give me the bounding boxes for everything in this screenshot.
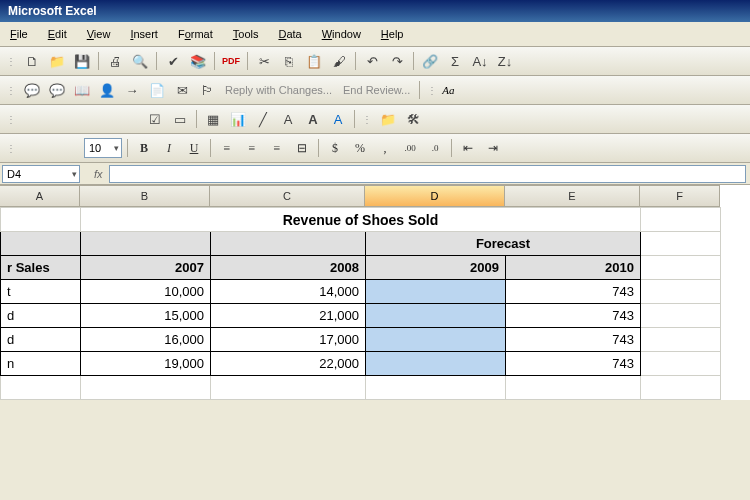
open-button[interactable]: 📁 [46, 50, 68, 72]
cell-value[interactable]: 743 [506, 304, 641, 328]
review-btn-3[interactable]: 📖 [71, 79, 93, 101]
underline-button[interactable]: U [183, 137, 205, 159]
decrease-indent-button[interactable]: ⇤ [457, 137, 479, 159]
draw-btn-4[interactable]: 📊 [227, 108, 249, 130]
cell[interactable] [1, 376, 81, 400]
row-label[interactable]: n [1, 352, 81, 376]
menu-tools[interactable]: Tools [223, 24, 269, 44]
row-label[interactable]: d [1, 328, 81, 352]
col-header-f[interactable]: F [640, 185, 720, 207]
menu-data[interactable]: Data [268, 24, 311, 44]
copy-button[interactable]: ⎘ [278, 50, 300, 72]
draw-btn-1[interactable]: ☑ [144, 108, 166, 130]
row-label[interactable]: d [1, 304, 81, 328]
increase-indent-button[interactable]: ⇥ [482, 137, 504, 159]
review-btn-2[interactable]: 💬 [46, 79, 68, 101]
draw-btn-10[interactable]: 🛠 [402, 108, 424, 130]
decrease-decimal-button[interactable]: .0 [424, 137, 446, 159]
cell-value[interactable]: 19,000 [81, 352, 211, 376]
cell[interactable] [641, 208, 721, 232]
sort-desc-button[interactable]: Z↓ [494, 50, 516, 72]
cut-button[interactable]: ✂ [253, 50, 275, 72]
cell-selected[interactable] [366, 352, 506, 376]
format-painter-button[interactable]: 🖌 [328, 50, 350, 72]
percent-button[interactable]: % [349, 137, 371, 159]
menu-help[interactable]: Help [371, 24, 414, 44]
cell[interactable] [641, 304, 721, 328]
cell-selected[interactable] [366, 328, 506, 352]
cell-selected[interactable] [366, 280, 506, 304]
font-size-select[interactable]: 10 [84, 138, 122, 158]
row-label[interactable]: r Sales [1, 256, 81, 280]
fx-icon[interactable]: fx [82, 168, 109, 180]
cell-value[interactable]: 743 [506, 280, 641, 304]
cell[interactable] [506, 376, 641, 400]
italic-button[interactable]: I [158, 137, 180, 159]
menu-file[interactable]: File [0, 24, 38, 44]
name-box[interactable]: D4 [2, 165, 80, 183]
year-header[interactable]: 2009 [366, 256, 506, 280]
table-title[interactable]: Revenue of Shoes Sold [81, 208, 641, 232]
bold-button[interactable]: B [133, 137, 155, 159]
hyperlink-button[interactable]: 🔗 [419, 50, 441, 72]
align-right-button[interactable]: ≡ [266, 137, 288, 159]
row-label[interactable]: t [1, 280, 81, 304]
cell[interactable] [211, 376, 366, 400]
cell-value[interactable]: 21,000 [211, 304, 366, 328]
menu-view[interactable]: View [77, 24, 121, 44]
cell[interactable] [641, 352, 721, 376]
merge-button[interactable]: ⊟ [291, 137, 313, 159]
review-btn-7[interactable]: ✉ [171, 79, 193, 101]
research-button[interactable]: 📚 [187, 50, 209, 72]
draw-btn-3[interactable]: ▦ [202, 108, 224, 130]
sort-asc-button[interactable]: A↓ [469, 50, 491, 72]
save-button[interactable]: 💾 [71, 50, 93, 72]
increase-decimal-button[interactable]: .00 [399, 137, 421, 159]
year-header[interactable]: 2010 [506, 256, 641, 280]
col-header-b[interactable]: B [80, 185, 210, 207]
autosum-button[interactable]: Σ [444, 50, 466, 72]
cell[interactable] [366, 376, 506, 400]
col-header-a[interactable]: A [0, 185, 80, 207]
paste-button[interactable]: 📋 [303, 50, 325, 72]
col-header-c[interactable]: C [210, 185, 365, 207]
menu-edit[interactable]: Edit [38, 24, 77, 44]
cell[interactable] [641, 256, 721, 280]
cell[interactable] [641, 328, 721, 352]
redo-button[interactable]: ↷ [386, 50, 408, 72]
undo-button[interactable]: ↶ [361, 50, 383, 72]
cell[interactable] [641, 232, 721, 256]
review-btn-5[interactable]: → [121, 79, 143, 101]
review-btn-6[interactable]: 📄 [146, 79, 168, 101]
draw-btn-2[interactable]: ▭ [169, 108, 191, 130]
currency-button[interactable]: $ [324, 137, 346, 159]
cell-value[interactable]: 10,000 [81, 280, 211, 304]
cell[interactable] [641, 280, 721, 304]
menu-format[interactable]: Format [168, 24, 223, 44]
comma-button[interactable]: , [374, 137, 396, 159]
cell-value[interactable]: 17,000 [211, 328, 366, 352]
print-button[interactable]: 🖨 [104, 50, 126, 72]
draw-btn-7[interactable]: A [302, 108, 324, 130]
cell[interactable] [1, 232, 81, 256]
draw-btn-6[interactable]: A [277, 108, 299, 130]
cell[interactable] [81, 232, 211, 256]
print-preview-button[interactable]: 🔍 [129, 50, 151, 72]
cell-value[interactable]: 16,000 [81, 328, 211, 352]
col-header-e[interactable]: E [505, 185, 640, 207]
review-btn-8[interactable]: 🏳 [196, 79, 218, 101]
new-button[interactable]: 🗋 [21, 50, 43, 72]
year-header[interactable]: 2008 [211, 256, 366, 280]
spelling-button[interactable]: ✔ [162, 50, 184, 72]
cell[interactable] [1, 208, 81, 232]
pdf-button[interactable]: PDF [220, 50, 242, 72]
cell-value[interactable]: 22,000 [211, 352, 366, 376]
menu-window[interactable]: Window [312, 24, 371, 44]
review-btn-4[interactable]: 👤 [96, 79, 118, 101]
review-btn-1[interactable]: 💬 [21, 79, 43, 101]
cell[interactable] [211, 232, 366, 256]
reply-changes-button[interactable]: Reply with Changes... [221, 84, 336, 96]
cell[interactable] [81, 376, 211, 400]
cell-selected[interactable] [366, 304, 506, 328]
align-center-button[interactable]: ≡ [241, 137, 263, 159]
